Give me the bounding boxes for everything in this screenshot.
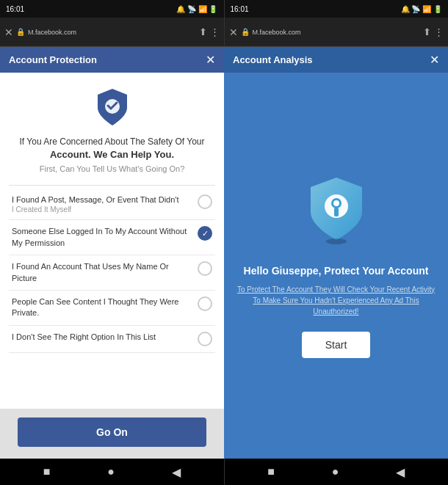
right-panel-close[interactable]: ✕	[430, 53, 439, 67]
left-status-icons: 🔔 📡 📶 🔋	[176, 5, 217, 13]
option-row-4[interactable]: I Don't See The Right Option In This Lis…	[9, 326, 215, 353]
option-main-4: I Don't See The Right Option In This Lis…	[12, 332, 192, 343]
left-nav-section: ■ ● ◀	[0, 459, 224, 485]
panel-headline: If You Are Concerned About The Safety Of…	[20, 136, 205, 161]
key-shield-icon	[303, 174, 369, 247]
bottom-nav: ■ ● ◀ ■ ● ◀	[0, 459, 448, 485]
shield-icon-container	[95, 87, 130, 127]
left-panel-close[interactable]: ✕	[206, 53, 215, 67]
left-time: 16:01	[6, 5, 24, 13]
right-share-icon[interactable]: ⬆	[423, 26, 431, 37]
radio-4[interactable]	[198, 332, 212, 346]
left-panel: Account Protection ✕ If You Are Concerne…	[0, 47, 224, 459]
right-browser-bar: ✕ 🔒 M.facebook.com ⬆ ⋮	[224, 18, 449, 47]
left-menu-icon[interactable]: ⋮	[210, 26, 220, 37]
right-browser-close[interactable]: ✕	[229, 26, 238, 38]
right-nav-section: ■ ● ◀	[224, 459, 449, 485]
right-nav-circle[interactable]: ●	[326, 462, 345, 481]
left-bottom: Go On	[0, 409, 224, 459]
left-browser-bar: ✕ 🔒 M.facebook.com ⬆ ⋮	[0, 18, 224, 47]
main-panels: Account Protection ✕ If You Are Concerne…	[0, 47, 448, 459]
left-nav-square[interactable]: ■	[37, 462, 57, 481]
option-row-0[interactable]: I Found A Post, Message, Or Event That D…	[9, 189, 215, 220]
right-status-icons: 🔔 📡 📶 🔋	[401, 5, 442, 13]
right-nav-square[interactable]: ■	[261, 462, 281, 481]
panel-subtext: First, Can You Tell Us What's Going On?	[40, 164, 185, 173]
option-text-4: I Don't See The Right Option In This Lis…	[12, 332, 192, 343]
right-panel-title: Account Analysis	[233, 54, 313, 65]
status-bars: 16:01 🔔 📡 📶 🔋 16:01 🔔 📡 📶 🔋	[0, 0, 448, 18]
left-panel-title: Account Protection	[9, 54, 97, 65]
go-on-button[interactable]: Go On	[18, 417, 206, 447]
right-greeting: Hello Giuseppe, Protect Your Account	[244, 265, 429, 277]
left-status-bar: 16:01 🔔 📡 📶 🔋	[0, 0, 224, 18]
right-status-bar: 16:01 🔔 📡 📶 🔋	[224, 0, 449, 18]
radio-0[interactable]	[198, 194, 212, 209]
left-browser-close[interactable]: ✕	[4, 26, 13, 38]
right-lock-icon: 🔒	[241, 28, 250, 36]
divider	[9, 185, 215, 186]
option-row-2[interactable]: I Found An Account That Uses My Name Or …	[9, 255, 215, 291]
left-nav-back[interactable]: ◀	[166, 462, 187, 482]
left-panel-content: If You Are Concerned About The Safety Of…	[0, 73, 224, 409]
right-panel: Account Analysis ✕ Hello Giu	[224, 47, 448, 459]
left-browser-url: M.facebook.com	[28, 29, 196, 36]
option-main-1: Someone Else Logged In To My Account Wit…	[12, 226, 192, 249]
start-button[interactable]: Start	[302, 332, 371, 358]
left-lock-icon: 🔒	[16, 28, 25, 36]
option-main-3: People Can See Content I Thought They We…	[12, 296, 192, 319]
shield-icon	[95, 87, 130, 127]
option-row-3[interactable]: People Can See Content I Thought They We…	[9, 291, 215, 326]
right-panel-header: Account Analysis ✕	[224, 47, 448, 73]
option-text-2: I Found An Account That Uses My Name Or …	[12, 261, 192, 284]
radio-1[interactable]	[198, 226, 212, 241]
radio-2[interactable]	[198, 261, 212, 276]
right-time: 16:01	[231, 5, 249, 13]
right-browser-url: M.facebook.com	[253, 29, 421, 36]
right-description: To Protect The Account They Will Check Y…	[236, 284, 436, 317]
browser-bars: ✕ 🔒 M.facebook.com ⬆ ⋮ ✕ 🔒 M.facebook.co…	[0, 18, 448, 47]
option-text-1: Someone Else Logged In To My Account Wit…	[12, 226, 192, 249]
left-share-icon[interactable]: ⬆	[199, 26, 207, 37]
option-text-0: I Found A Post, Message, Or Event That D…	[12, 194, 192, 214]
option-text-3: People Can See Content I Thought They We…	[12, 296, 192, 319]
svg-point-3	[333, 200, 339, 206]
svg-point-6	[326, 238, 347, 244]
left-nav-circle[interactable]: ●	[101, 462, 120, 481]
option-sub-0: I Created It Myself	[12, 205, 192, 214]
left-panel-header: Account Protection ✕	[0, 47, 224, 73]
right-nav-back[interactable]: ◀	[390, 462, 411, 482]
radio-3[interactable]	[198, 296, 212, 311]
option-row-1[interactable]: Someone Else Logged In To My Account Wit…	[9, 220, 215, 255]
option-main-2: I Found An Account That Uses My Name Or …	[12, 261, 192, 284]
svg-rect-5	[336, 212, 339, 214]
right-menu-icon[interactable]: ⋮	[434, 26, 444, 37]
option-main-0: I Found A Post, Message, Or Event That D…	[12, 194, 192, 205]
right-panel-content: Hello Giuseppe, Protect Your Account To …	[224, 73, 448, 459]
